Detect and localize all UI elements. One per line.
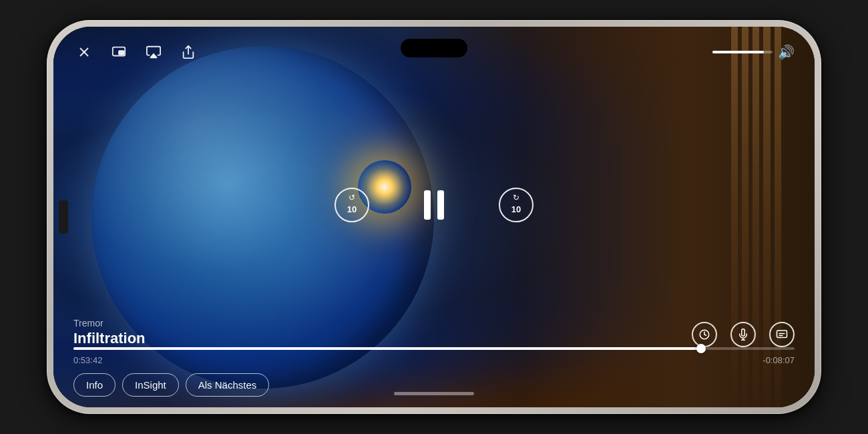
playback-controls: ↺ 10 ↻ 10 xyxy=(333,186,535,224)
title-area: Tremor Infiltration xyxy=(73,318,146,347)
rewind-circle: ↺ 10 xyxy=(335,188,369,222)
volume-area: 🔊 xyxy=(712,44,795,60)
speed-button[interactable] xyxy=(692,322,717,347)
time-labels: 0:53:42 -0:08:07 xyxy=(73,355,795,365)
phone-screen: 🔊 Tremor Infiltration ↺ 10 xyxy=(53,27,815,407)
pause-bar-right xyxy=(437,190,444,220)
svg-marker-4 xyxy=(150,54,156,58)
forward-circle: ↻ 10 xyxy=(499,188,533,222)
insight-button[interactable]: InSight xyxy=(122,373,179,397)
dynamic-island xyxy=(401,39,467,57)
forward-number: 10 xyxy=(511,204,521,214)
audio-button[interactable] xyxy=(730,322,756,347)
progress-section: 0:53:42 -0:08:07 xyxy=(53,347,815,373)
left-camera xyxy=(59,200,68,234)
right-controls xyxy=(692,322,795,347)
rewind-arrow-icon: ↺ xyxy=(349,193,355,202)
progress-fill xyxy=(73,347,701,350)
close-button[interactable] xyxy=(73,41,95,63)
forward-arrow-icon: ↻ xyxy=(513,193,519,202)
bottom-buttons: Info InSight Als Nächstes xyxy=(53,373,815,407)
forward-button[interactable]: ↻ 10 xyxy=(497,186,535,224)
current-time: 0:53:42 xyxy=(73,355,102,365)
volume-fill xyxy=(712,51,764,53)
phone-wrapper: 🔊 Tremor Infiltration ↺ 10 xyxy=(40,13,828,421)
als-nachstes-button[interactable]: Als Nächstes xyxy=(186,373,270,397)
show-name: Tremor xyxy=(73,318,146,329)
phone-body: 🔊 Tremor Infiltration ↺ 10 xyxy=(47,20,821,414)
svg-rect-3 xyxy=(119,51,124,55)
airplay-button[interactable] xyxy=(143,41,164,63)
progress-thumb xyxy=(696,344,706,353)
share-button[interactable] xyxy=(178,41,199,63)
info-button[interactable]: Info xyxy=(73,373,116,397)
progress-track[interactable] xyxy=(73,347,795,350)
remaining-time: -0:08:07 xyxy=(763,355,795,365)
pause-button[interactable] xyxy=(424,190,444,220)
pip-button[interactable] xyxy=(108,41,130,63)
rewind-button[interactable]: ↺ 10 xyxy=(333,186,371,224)
volume-icon: 🔊 xyxy=(778,44,795,60)
rewind-number: 10 xyxy=(347,204,357,214)
pause-bar-left xyxy=(424,190,431,220)
middle-area: Tremor Infiltration ↺ 10 xyxy=(53,63,815,347)
volume-control[interactable]: 🔊 xyxy=(712,44,795,60)
subtitles-button[interactable] xyxy=(769,322,795,347)
home-indicator xyxy=(394,392,474,395)
episode-title: Infiltration xyxy=(73,330,146,347)
controls-overlay: 🔊 Tremor Infiltration ↺ 10 xyxy=(53,27,815,407)
volume-track xyxy=(712,51,773,53)
